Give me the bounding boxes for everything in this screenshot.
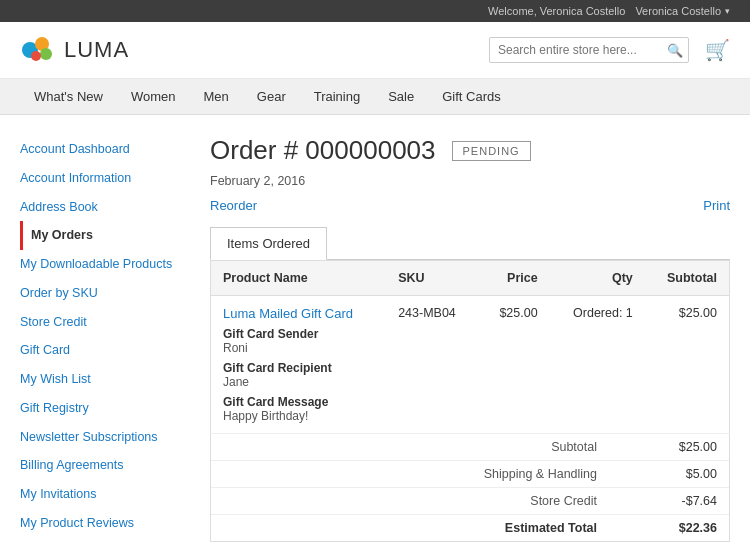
header-right: 🔍 🛒 <box>489 37 730 63</box>
status-badge: PENDING <box>452 141 531 161</box>
sender-value: Roni <box>223 341 374 355</box>
totals-value-estimated: $22.36 <box>657 521 717 535</box>
account-chevron: ▾ <box>725 6 730 16</box>
totals-section: Subtotal $25.00 Shipping & Handling $5.0… <box>210 434 730 542</box>
nav-training[interactable]: Training <box>300 79 374 114</box>
order-header: Order # 000000003 PENDING <box>210 135 730 166</box>
reorder-link[interactable]: Reorder <box>210 198 257 213</box>
sidebar: Account Dashboard Account Information Ad… <box>20 135 190 543</box>
sidebar-item-downloadable[interactable]: My Downloadable Products <box>20 250 190 279</box>
search-wrapper: 🔍 <box>489 37 689 63</box>
sidebar-item-reward-points[interactable]: Reward Points <box>20 538 190 544</box>
totals-row-shipping: Shipping & Handling $5.00 <box>211 461 729 488</box>
sidebar-item-billing[interactable]: Billing Agreements <box>20 451 190 480</box>
sidebar-nav: Account Dashboard Account Information Ad… <box>20 135 190 543</box>
logo[interactable]: LUMA <box>20 32 129 68</box>
order-title: Order # 000000003 <box>210 135 436 166</box>
sidebar-item-gift-card[interactable]: Gift Card <box>20 336 190 365</box>
top-bar: Welcome, Veronica Costello Veronica Cost… <box>0 0 750 22</box>
sidebar-item-my-orders[interactable]: My Orders <box>20 221 190 250</box>
sidebar-item-wish-list[interactable]: My Wish List <box>20 365 190 394</box>
order-date: February 2, 2016 <box>210 174 730 188</box>
totals-label-estimated: Estimated Total <box>457 521 597 535</box>
print-link[interactable]: Print <box>703 198 730 213</box>
nav-gift-cards[interactable]: Gift Cards <box>428 79 515 114</box>
product-name-link[interactable]: Luma Mailed Gift Card <box>223 306 353 321</box>
recipient-value: Jane <box>223 375 374 389</box>
col-price: Price <box>479 261 550 296</box>
qty-cell: Ordered: 1 <box>550 296 645 434</box>
totals-label-store-credit: Store Credit <box>457 494 597 508</box>
search-input[interactable] <box>489 37 689 63</box>
main-nav: What's New Women Men Gear Training Sale … <box>0 79 750 115</box>
sidebar-item-gift-registry[interactable]: Gift Registry <box>20 394 190 423</box>
sidebar-section: Account Dashboard Account Information Ad… <box>20 135 190 543</box>
logo-icon <box>20 32 56 68</box>
sidebar-item-address-book[interactable]: Address Book <box>20 193 190 222</box>
tabs: Items Ordered <box>210 227 730 260</box>
sidebar-item-account-info[interactable]: Account Information <box>20 164 190 193</box>
sku-cell: 243-MB04 <box>386 296 479 434</box>
content-wrapper: Account Dashboard Account Information Ad… <box>0 115 750 543</box>
message-label: Gift Card Message <box>223 395 374 409</box>
col-sku: SKU <box>386 261 479 296</box>
sidebar-item-order-sku[interactable]: Order by SKU <box>20 279 190 308</box>
totals-label-subtotal: Subtotal <box>457 440 597 454</box>
recipient-label: Gift Card Recipient <box>223 361 374 375</box>
sidebar-item-product-reviews[interactable]: My Product Reviews <box>20 509 190 538</box>
sidebar-item-store-credit[interactable]: Store Credit <box>20 308 190 337</box>
account-link[interactable]: Veronica Costello <box>635 5 721 17</box>
totals-value-shipping: $5.00 <box>657 467 717 481</box>
sidebar-item-newsletter[interactable]: Newsletter Subscriptions <box>20 423 190 452</box>
totals-label-shipping: Shipping & Handling <box>457 467 597 481</box>
price-cell: $25.00 <box>479 296 550 434</box>
totals-row-estimated-total: Estimated Total $22.36 <box>211 515 729 541</box>
nav-men[interactable]: Men <box>190 79 243 114</box>
message-value: Happy Birthday! <box>223 409 374 423</box>
totals-row-subtotal: Subtotal $25.00 <box>211 434 729 461</box>
welcome-text: Welcome, Veronica Costello <box>488 5 625 17</box>
tab-items-ordered[interactable]: Items Ordered <box>210 227 327 260</box>
sidebar-item-account-dashboard[interactable]: Account Dashboard <box>20 135 190 164</box>
col-subtotal: Subtotal <box>645 261 730 296</box>
header: LUMA 🔍 🛒 <box>0 22 750 79</box>
search-button[interactable]: 🔍 <box>667 43 683 58</box>
nav-women[interactable]: Women <box>117 79 190 114</box>
subtotal-cell: $25.00 <box>645 296 730 434</box>
sidebar-item-invitations[interactable]: My Invitations <box>20 480 190 509</box>
col-product: Product Name <box>211 261 387 296</box>
order-table: Product Name SKU Price Qty Subtotal Luma… <box>210 260 730 434</box>
totals-value-store-credit: -$7.64 <box>657 494 717 508</box>
cart-icon[interactable]: 🛒 <box>705 38 730 62</box>
table-row: Luma Mailed Gift Card Gift Card Sender R… <box>211 296 730 434</box>
order-actions: Reorder Print <box>210 198 730 213</box>
logo-text: LUMA <box>64 37 129 63</box>
svg-point-2 <box>40 48 52 60</box>
totals-value-subtotal: $25.00 <box>657 440 717 454</box>
totals-row-store-credit: Store Credit -$7.64 <box>211 488 729 515</box>
product-cell: Luma Mailed Gift Card Gift Card Sender R… <box>211 296 387 434</box>
nav-gear[interactable]: Gear <box>243 79 300 114</box>
nav-whats-new[interactable]: What's New <box>20 79 117 114</box>
main-content: Order # 000000003 PENDING February 2, 20… <box>210 135 730 543</box>
nav-sale[interactable]: Sale <box>374 79 428 114</box>
col-qty: Qty <box>550 261 645 296</box>
svg-point-3 <box>31 51 41 61</box>
user-account[interactable]: Veronica Costello ▾ <box>635 5 730 17</box>
sender-label: Gift Card Sender <box>223 327 374 341</box>
